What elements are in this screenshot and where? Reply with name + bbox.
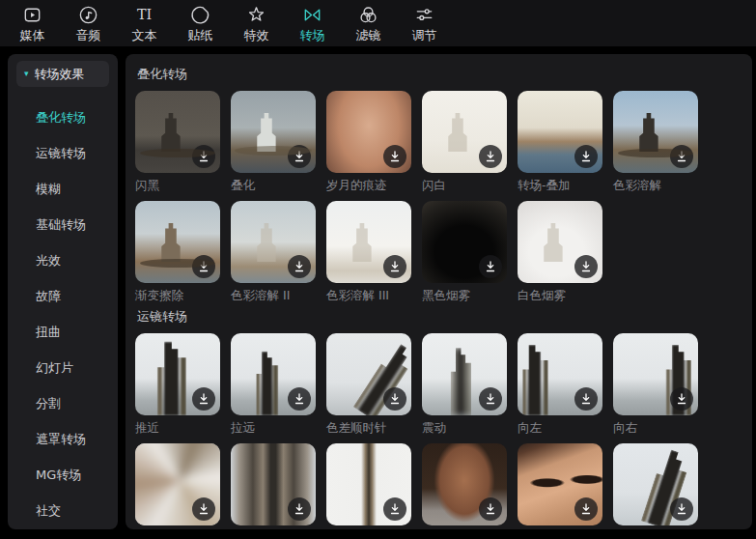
download-icon[interactable] [670, 497, 693, 521]
transition-card[interactable]: 色彩溶解 [613, 91, 698, 192]
category-sidebar: ▾ 转场效果 叠化转场运镜转场模糊基础转场光效故障扭曲幻灯片分割遮罩转场MG转场… [8, 54, 118, 529]
transition-card[interactable]: 闪白 [422, 91, 507, 192]
sidebar-item-split[interactable]: 分割 [8, 385, 118, 421]
transition-thumbnail [231, 201, 316, 283]
transition-label: 色差顺时针 [326, 420, 411, 435]
transition-card[interactable] [518, 443, 602, 529]
download-icon[interactable] [192, 497, 215, 521]
download-icon[interactable] [192, 387, 215, 411]
transition-thumbnail [518, 443, 602, 525]
tab-sticker[interactable]: 贴纸 [180, 4, 221, 43]
transition-card[interactable]: 黑色烟雾 [422, 201, 507, 302]
tab-label: 音频 [76, 28, 101, 43]
transition-card[interactable]: 叠化 [231, 91, 316, 192]
audio-icon [77, 4, 100, 27]
transition-label: 向左 [518, 420, 602, 435]
download-icon[interactable] [288, 255, 311, 278]
tab-effects[interactable]: 特效 [236, 4, 277, 43]
transition-label: 岁月的痕迹 [326, 178, 411, 192]
transition-card[interactable]: 色彩溶解 III [326, 201, 411, 302]
transition-thumbnail [231, 443, 316, 525]
transition-grid: 推近拉远色差顺时针震动向左向右 [135, 333, 714, 529]
transition-grid: 闪黑叠化岁月的痕迹闪白转场-叠加色彩溶解渐变擦除色彩溶解 II色彩溶解 III黑… [135, 91, 714, 302]
tab-audio[interactable]: 音频 [68, 4, 109, 43]
sidebar-item-dissolve[interactable]: 叠化转场 [8, 99, 118, 135]
download-icon[interactable] [383, 255, 406, 278]
transition-card[interactable]: 渐变擦除 [135, 201, 220, 302]
sidebar-item-camera[interactable]: 运镜转场 [8, 135, 118, 171]
sidebar-item-light[interactable]: 光效 [8, 242, 118, 278]
tab-transition[interactable]: 转场 [292, 4, 333, 43]
download-icon[interactable] [479, 255, 502, 278]
transition-thumbnail [135, 333, 220, 415]
download-icon[interactable] [574, 145, 598, 168]
transition-card[interactable] [135, 443, 220, 529]
media-icon [21, 4, 44, 27]
transition-thumbnail [326, 443, 411, 525]
transition-card[interactable]: 拉远 [231, 333, 316, 435]
transition-card[interactable]: 向右 [613, 333, 698, 435]
transition-card[interactable]: 震动 [422, 333, 507, 435]
transition-thumbnail [613, 443, 698, 525]
download-icon[interactable] [574, 255, 598, 278]
download-icon[interactable] [574, 497, 598, 521]
transition-thumbnail [135, 443, 220, 525]
transition-thumbnail [231, 91, 316, 173]
download-icon[interactable] [192, 255, 215, 278]
transition-thumbnail [518, 201, 602, 283]
download-icon[interactable] [670, 387, 693, 411]
section-title: 运镜转场 [137, 308, 752, 326]
download-icon[interactable] [288, 145, 311, 168]
transition-thumbnail [135, 201, 220, 283]
download-icon[interactable] [383, 497, 406, 521]
sidebar-item-blur[interactable]: 模糊 [8, 171, 118, 207]
transition-label: 色彩溶解 [613, 178, 698, 192]
transition-label: 渐变擦除 [135, 288, 220, 302]
tab-label: 滤镜 [356, 28, 381, 43]
sidebar-item-mask[interactable]: 遮罩转场 [8, 421, 118, 457]
transition-card[interactable]: 色差顺时针 [326, 333, 411, 435]
download-icon[interactable] [288, 387, 311, 411]
transition-card[interactable]: 色彩溶解 II [231, 201, 316, 302]
sidebar-item-glitch[interactable]: 故障 [8, 278, 118, 314]
transition-label: 色彩溶解 II [231, 288, 316, 302]
transition-card[interactable] [422, 443, 507, 529]
transition-label: 推近 [135, 420, 220, 435]
transition-thumbnail [422, 443, 507, 525]
transition-card[interactable]: 转场-叠加 [518, 91, 602, 192]
download-icon[interactable] [479, 387, 502, 411]
download-icon[interactable] [479, 497, 502, 521]
transition-label: 闪黑 [135, 178, 220, 192]
tab-adjust[interactable]: 调节 [404, 4, 445, 43]
transition-thumbnail [326, 201, 411, 283]
transition-card[interactable] [613, 443, 698, 529]
sidebar-group-header[interactable]: ▾ 转场效果 [16, 61, 109, 87]
download-icon[interactable] [383, 145, 406, 168]
transition-card[interactable]: 向左 [518, 333, 602, 435]
transition-card[interactable]: 推近 [135, 333, 220, 435]
tab-label: 文本 [132, 28, 157, 43]
tab-filter[interactable]: 滤镜 [348, 4, 389, 43]
transition-label: 色彩溶解 III [326, 288, 411, 302]
sidebar-item-mg[interactable]: MG转场 [8, 457, 118, 493]
sidebar-item-slideshow[interactable]: 幻灯片 [8, 350, 118, 385]
transition-thumbnail [613, 333, 698, 415]
download-icon[interactable] [288, 497, 311, 521]
transition-label: 闪白 [422, 178, 507, 192]
transition-card[interactable]: 闪黑 [135, 91, 220, 192]
transition-card[interactable] [326, 443, 411, 529]
download-icon[interactable] [192, 145, 215, 168]
download-icon[interactable] [574, 387, 598, 411]
download-icon[interactable] [670, 145, 693, 168]
sidebar-item-social[interactable]: 社交 [8, 493, 118, 528]
transition-thumbnail [518, 91, 602, 173]
sidebar-item-basic[interactable]: 基础转场 [8, 207, 118, 242]
tab-media[interactable]: 媒体 [12, 4, 53, 43]
transition-card[interactable] [231, 443, 316, 529]
transition-card[interactable]: 白色烟雾 [518, 201, 602, 302]
download-icon[interactable] [479, 145, 502, 168]
sidebar-item-warp[interactable]: 扭曲 [8, 314, 118, 350]
download-icon[interactable] [383, 387, 406, 411]
tab-text[interactable]: TI文本 [124, 4, 165, 43]
transition-card[interactable]: 岁月的痕迹 [326, 91, 411, 192]
